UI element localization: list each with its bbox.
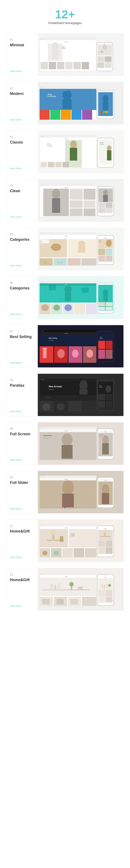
svg-point-275: [40, 525, 41, 526]
svg-rect-118: [40, 240, 49, 243]
header-subtitle: Predefined Homepages: [6, 21, 124, 25]
svg-point-257: [62, 480, 74, 495]
svg-rect-258: [62, 494, 74, 507]
svg-rect-278: [40, 526, 96, 529]
demo-right-03: HOVER Woman Collection: [38, 131, 124, 173]
svg-point-36: [62, 90, 71, 100]
svg-rect-95: [70, 209, 83, 216]
svg-text:New: New: [62, 46, 65, 48]
svg-rect-225: [98, 394, 105, 400]
svg-rect-125: [78, 245, 86, 253]
svg-rect-104: [98, 208, 105, 213]
demo-left-03: 03 Classic View Demo: [6, 131, 38, 173]
svg-rect-140: [98, 249, 105, 255]
svg-rect-197: [98, 341, 105, 349]
svg-point-218: [42, 403, 51, 410]
demo-left-07: 07 Best Selling View Demo: [6, 325, 38, 367]
svg-point-83: [40, 185, 41, 185]
svg-point-265: [67, 507, 68, 508]
demo-item-02: 02 Modern View Demo: [6, 82, 124, 125]
svg-point-312: [42, 574, 43, 575]
svg-rect-228: [106, 401, 112, 408]
svg-point-33: [42, 87, 43, 88]
svg-point-344: [105, 575, 106, 576]
view-demo-12[interactable]: View Demo: [10, 604, 34, 607]
svg-point-85: [43, 185, 44, 185]
svg-rect-238: [40, 429, 96, 432]
svg-rect-18: [82, 62, 89, 69]
view-demo-03[interactable]: View Demo: [10, 167, 34, 169]
svg-point-163: [54, 305, 60, 311]
svg-rect-1: [40, 38, 96, 40]
svg-rect-42: [61, 110, 71, 120]
svg-text:Dress: Dress: [44, 262, 46, 263]
svg-text:HOVER: HOVER: [104, 480, 107, 481]
svg-point-204: [40, 379, 41, 380]
svg-text:Arrivals: Arrivals: [99, 242, 102, 243]
view-demo-04[interactable]: View Demo: [10, 216, 34, 218]
svg-point-100: [103, 190, 108, 196]
svg-rect-60: [40, 137, 96, 140]
demo-title-02: Modern: [10, 92, 34, 96]
svg-rect-122: [54, 244, 54, 247]
svg-text:Woman: Woman: [47, 143, 51, 145]
view-demo-01[interactable]: View Demo: [10, 70, 34, 72]
demo-right-01: HOVER New Arrivals: [38, 33, 124, 76]
view-demo-06[interactable]: View Demo: [10, 313, 34, 315]
svg-text:Faded Effect: Faded Effect: [99, 435, 104, 435]
view-demo-09[interactable]: View Demo: [10, 459, 34, 461]
view-demo-10[interactable]: View Demo: [10, 507, 34, 510]
svg-rect-343: [106, 597, 112, 602]
svg-rect-304: [98, 540, 105, 547]
svg-point-190: [57, 349, 65, 358]
svg-rect-338: [106, 583, 108, 589]
svg-rect-142: [98, 255, 105, 261]
svg-point-151: [64, 286, 72, 293]
svg-rect-306: [98, 547, 105, 554]
view-demo-08[interactable]: View Demo: [10, 410, 34, 413]
svg-rect-291: [62, 548, 73, 557]
demo-title-06: Categories: [10, 286, 34, 291]
svg-point-173: [105, 284, 106, 284]
svg-point-3: [42, 39, 43, 39]
svg-rect-328: [42, 599, 50, 604]
demo-item-09: 09 Full Screen View Demo: [6, 422, 124, 465]
demo-left-10: 10 Full Slider View Demo: [6, 471, 38, 513]
svg-rect-226: [106, 394, 112, 400]
svg-rect-16: [65, 62, 73, 69]
svg-rect-72: [55, 162, 61, 167]
svg-rect-128: [68, 258, 80, 266]
svg-rect-203: [40, 378, 96, 380]
svg-point-167: [103, 289, 108, 295]
svg-point-57: [40, 136, 41, 137]
svg-rect-269: [102, 493, 109, 504]
svg-rect-318: [51, 584, 53, 590]
view-demo-02[interactable]: View Demo: [10, 118, 34, 121]
svg-text:Selling: Selling: [100, 338, 103, 339]
svg-point-233: [42, 428, 43, 429]
svg-text:HOVER: HOVER: [65, 576, 68, 577]
demo-right-10: HOVER ‹ › HOVER: [38, 471, 124, 513]
demo-title-03: Classic: [10, 140, 34, 145]
view-demo-07[interactable]: View Demo: [10, 362, 34, 364]
svg-rect-335: [98, 578, 113, 589]
svg-text:Arrivals: Arrivals: [101, 52, 103, 53]
demo-title-11: Home&Gift: [10, 529, 34, 534]
svg-text:New: New: [100, 385, 102, 386]
view-demo-11[interactable]: View Demo: [10, 556, 34, 559]
svg-rect-90: [52, 198, 60, 213]
view-demo-05[interactable]: View Demo: [10, 264, 34, 267]
demo-title-09: Full Screen: [10, 432, 34, 437]
svg-rect-56: [40, 135, 96, 137]
svg-rect-25: [97, 57, 104, 62]
svg-point-52: [103, 111, 105, 113]
svg-point-224: [105, 385, 111, 393]
svg-text:65's Collection: 65's Collection: [45, 397, 51, 398]
svg-point-2: [40, 39, 41, 39]
svg-point-116: [66, 238, 67, 239]
svg-rect-17: [73, 62, 81, 69]
svg-rect-143: [106, 255, 112, 261]
svg-rect-66: [70, 151, 77, 152]
svg-rect-152: [65, 292, 71, 302]
demo-title-04: Clean: [10, 189, 34, 193]
